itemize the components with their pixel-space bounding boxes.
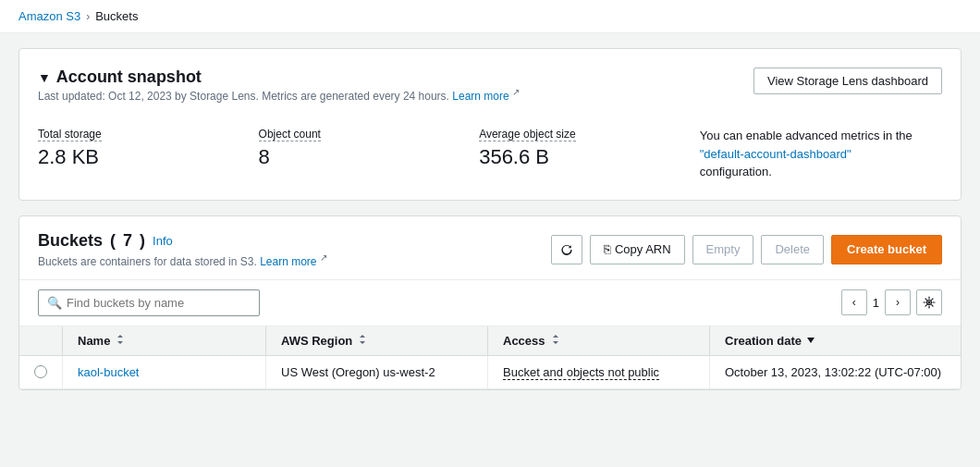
search-icon: 🔍 xyxy=(47,296,62,310)
search-input-wrapper: 🔍 xyxy=(38,289,260,316)
breadcrumb-current: Buckets xyxy=(95,9,138,23)
metric-total-storage-value: 2.8 KB xyxy=(38,145,240,169)
svg-point-0 xyxy=(928,301,931,304)
region-sort-icon xyxy=(358,334,367,347)
create-bucket-button[interactable]: Create bucket xyxy=(831,235,942,264)
metric-avg-object-size-label: Average object size xyxy=(479,128,576,141)
buckets-card: Buckets (7) Info Buckets are containers … xyxy=(18,215,962,390)
access-label: Bucket and objects not public xyxy=(503,365,659,380)
metric-total-storage-label: Total storage xyxy=(38,128,102,141)
chevron-down-icon xyxy=(807,335,815,344)
buckets-table: Name AWS Region xyxy=(19,326,961,389)
buckets-header: Buckets (7) Info Buckets are containers … xyxy=(19,216,961,280)
row-access: Bucket and objects not public xyxy=(488,355,710,388)
col-header-date[interactable]: Creation date xyxy=(710,326,962,356)
buckets-subtitle: Buckets are containers for data stored i… xyxy=(38,252,327,268)
prev-page-button[interactable]: ‹ xyxy=(841,289,867,315)
refresh-button[interactable] xyxy=(551,235,582,264)
view-storage-lens-button[interactable]: View Storage Lens dashboard xyxy=(753,68,942,94)
search-input[interactable] xyxy=(38,289,260,316)
metric-avg-object-size-value: 356.6 B xyxy=(479,145,681,169)
account-snapshot-card: ▼ Account snapshot Last updated: Oct 12,… xyxy=(18,48,962,201)
page-number: 1 xyxy=(873,296,879,310)
col-header-checkbox xyxy=(19,326,63,356)
table-settings-button[interactable] xyxy=(916,289,942,315)
breadcrumb-separator: › xyxy=(86,10,90,23)
next-page-button[interactable]: › xyxy=(885,289,911,315)
metric-object-count: Object count 8 xyxy=(259,127,480,181)
row-aws-region: US West (Oregon) us-west-2 xyxy=(266,355,488,388)
buckets-actions: ⎘ Copy ARN Empty Delete Create bucket xyxy=(551,235,942,264)
bucket-name-link[interactable]: kaol-bucket xyxy=(78,365,139,379)
table-header-row: Name AWS Region xyxy=(19,326,961,356)
copy-icon: ⎘ xyxy=(604,242,615,256)
col-header-access[interactable]: Access xyxy=(488,326,710,356)
row-select-radio[interactable] xyxy=(34,365,47,378)
snapshot-subtitle: Last updated: Oct 12, 2023 by Storage Le… xyxy=(38,87,520,103)
buckets-title-area: Buckets (7) Info Buckets are containers … xyxy=(38,231,327,268)
row-checkbox-cell xyxy=(19,355,63,388)
search-bar: 🔍 ‹ 1 › xyxy=(19,280,961,326)
metric-object-count-value: 8 xyxy=(259,145,461,169)
date-sort-icon xyxy=(807,335,815,346)
row-creation-date: October 13, 2023, 13:02:22 (UTC-07:00) xyxy=(710,355,962,388)
metrics-grid: Total storage 2.8 KB Object count 8 Aver… xyxy=(38,127,942,181)
breadcrumb-home[interactable]: Amazon S3 xyxy=(18,9,80,23)
empty-button[interactable]: Empty xyxy=(692,235,754,264)
copy-arn-button[interactable]: ⎘ Copy ARN xyxy=(590,235,684,264)
table-row: kaol-bucketUS West (Oregon) us-west-2Buc… xyxy=(19,355,961,388)
name-sort-icon xyxy=(116,334,125,347)
chevron-updown-icon xyxy=(551,334,560,345)
buckets-title: Buckets (7) Info xyxy=(38,231,327,251)
snapshot-title: ▼ Account snapshot xyxy=(38,68,520,87)
breadcrumb: Amazon S3 › Buckets xyxy=(0,0,980,33)
chevron-updown-icon xyxy=(116,334,125,345)
buckets-info-link[interactable]: Info xyxy=(153,234,173,248)
delete-button[interactable]: Delete xyxy=(761,235,824,264)
refresh-icon xyxy=(561,243,572,256)
pagination-controls: ‹ 1 › xyxy=(841,289,942,315)
learn-more-buckets-link[interactable]: Learn more xyxy=(260,255,316,268)
collapse-icon[interactable]: ▼ xyxy=(38,70,51,85)
settings-icon xyxy=(923,296,936,309)
col-header-name[interactable]: Name xyxy=(63,326,266,356)
buckets-table-body: kaol-bucketUS West (Oregon) us-west-2Buc… xyxy=(19,355,961,388)
metric-object-count-label: Object count xyxy=(259,128,321,141)
col-header-region[interactable]: AWS Region xyxy=(266,326,488,356)
buckets-count: 7 xyxy=(123,231,132,251)
chevron-updown-icon xyxy=(358,334,367,345)
default-account-dashboard-link[interactable]: "default-account-dashboard" xyxy=(700,147,851,161)
row-bucket-name: kaol-bucket xyxy=(63,355,266,388)
access-sort-icon xyxy=(551,334,560,347)
metric-total-storage: Total storage 2.8 KB xyxy=(38,127,259,181)
metric-avg-object-size: Average object size 356.6 B xyxy=(479,127,700,181)
metric-advanced-info: You can enable advanced metrics in the "… xyxy=(700,127,942,181)
learn-more-snapshot-link[interactable]: Learn more xyxy=(452,90,508,103)
